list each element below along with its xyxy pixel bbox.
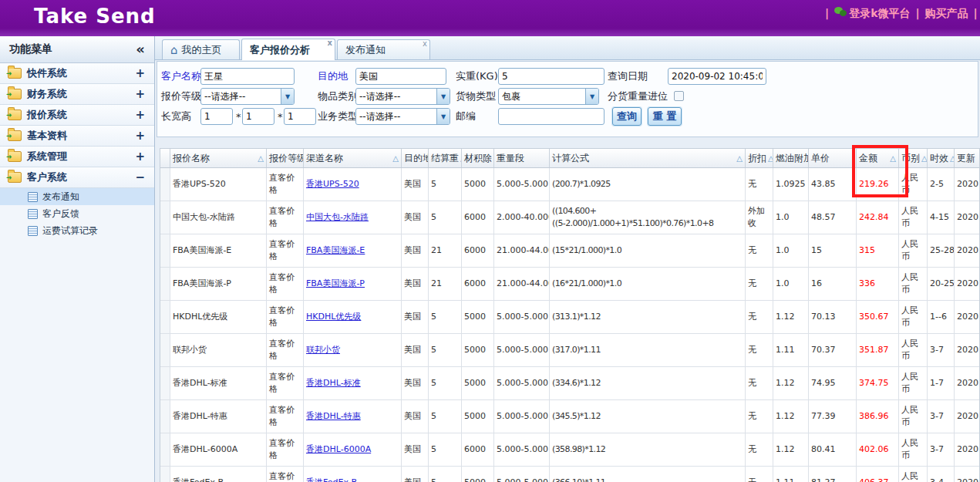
column-header[interactable]: 时效△ [928,149,955,167]
table-cell: 43.85 [809,168,857,201]
query-date-input[interactable] [668,68,766,85]
table-cell: 2-5 [928,168,955,201]
sort-icon[interactable]: △ [258,154,264,163]
column-header-label: 时效 [930,152,948,165]
table-row[interactable]: 香港DHL-6000A直客价格香港DHL-6000A美国560005.000-5… [160,433,979,467]
column-header-label: 报价名称 [173,152,210,165]
channel-link[interactable]: FBA美国海派-P [306,278,365,290]
table-cell: 香港DHL-6000A [304,433,402,466]
table-row[interactable]: FBA美国海派-E直客价格FBA美国海派-E美国21600021.000-44.… [160,234,979,268]
tab-my-homepage[interactable]: ⌂ 我的主页 [162,39,240,59]
close-icon[interactable]: x [423,40,427,48]
sidebar-item-customer-system[interactable]: 客户系统 − [0,167,154,188]
sort-icon[interactable]: △ [736,154,743,163]
buy-product-link[interactable]: 购买产品 [925,7,968,19]
channel-link[interactable]: HKDHL优先级 [306,311,361,323]
expand-plus-icon[interactable]: + [135,66,145,80]
column-header[interactable]: 折扣△ [746,149,773,167]
sidebar-item-express-system[interactable]: 快件系统 + [0,63,154,84]
column-header[interactable]: 报价名称△ [170,149,267,167]
expand-plus-icon[interactable]: + [135,129,145,143]
table-row[interactable]: 香港FedEx-B直客价格香港FedEx-B美国550005.000-5.000… [160,467,979,482]
split-weight-checkbox[interactable] [674,91,684,101]
table-cell: 5 [429,433,462,466]
reset-button[interactable]: 重 置 [648,107,682,126]
table-row[interactable]: 联邦小货直客价格联邦小货美国550005.000-5.000(317.0)*1.… [160,334,979,367]
dropdown-arrow-icon[interactable]: ▼ [585,89,598,104]
sidebar-item-finance-system[interactable]: 财务系统 + [0,84,154,105]
table-cell: 81.27 [809,467,857,482]
width-input[interactable] [242,108,274,125]
sort-icon[interactable]: △ [890,154,896,163]
sidebar-collapse-icon[interactable]: « [136,44,145,55]
column-header[interactable]: 材积除△ [462,149,494,167]
table-cell: 21 [429,234,462,267]
login-kwei-link[interactable]: 登录k微平台 [849,7,910,19]
table-cell: 1.11 [773,334,809,366]
cargo-type-select[interactable]: 包裹 ▼ [498,88,599,105]
expand-plus-icon[interactable]: + [135,108,145,122]
destination-label: 目的地 [318,68,348,85]
sidebar-item-quote-system[interactable]: 报价系统 + [0,105,154,126]
row-selector-cell [160,467,170,482]
length-input[interactable] [200,108,233,125]
channel-link[interactable]: 联邦小货 [306,344,340,356]
quote-results-table: 报价名称△报价等级△渠道名称△目的地△结算重△材积除△重量段计算公式△折扣△燃油… [160,148,980,482]
table-row[interactable]: HKDHL优先级直客价格HKDHL优先级美国550005.000-5.000(3… [160,301,979,334]
expand-plus-icon[interactable]: + [135,87,145,101]
close-icon[interactable]: x [328,39,332,47]
dropdown-arrow-icon[interactable]: ▼ [436,89,450,104]
table-cell: (200.7)*1.0925 [550,168,746,201]
channel-link[interactable]: 香港DHL-标准 [306,377,361,389]
column-header[interactable]: 燃油附加△ [773,149,809,167]
sidebar-item-label: 报价系统 [27,108,67,122]
channel-link[interactable]: 香港UPS-520 [306,178,359,190]
sidebar-subitem-publish-notice[interactable]: 发布通知 [0,188,154,205]
table-cell: 直客价格 [267,467,304,482]
business-type-select[interactable]: --请选择-- ▼ [355,108,450,125]
column-header[interactable]: 结算重△ [429,149,462,167]
sort-icon[interactable]: △ [768,154,773,163]
table-row[interactable]: 香港UPS-520直客价格香港UPS-520美国550005.000-5.000… [160,168,979,201]
table-cell: FBA美国海派-E [170,234,267,267]
sidebar-item-system-admin[interactable]: 系统管理 + [0,147,154,167]
quote-level-select[interactable]: --请选择-- ▼ [200,88,295,105]
column-header[interactable]: 报价等级△ [267,149,304,167]
item-category-select[interactable]: --请选择-- ▼ [355,88,450,105]
column-header[interactable]: 计算公式△ [550,149,746,167]
table-cell: 80.41 [809,433,857,466]
column-header[interactable]: 目的地△ [402,149,429,167]
height-input[interactable] [284,108,316,125]
collapse-minus-icon[interactable]: − [135,170,145,184]
dimensions-label: 长宽高 [161,108,191,125]
sort-icon[interactable]: △ [921,154,928,163]
channel-link[interactable]: 香港FedEx-B [306,477,357,482]
sidebar-subitem-freight-trial-records[interactable]: 运费试算记录 [0,222,154,239]
postcode-input[interactable] [498,108,605,125]
channel-link[interactable]: 香港DHL-6000A [306,443,371,456]
column-header[interactable]: 币别△ [899,149,928,167]
column-header[interactable]: 金额△ [857,149,899,167]
sidebar-subitem-customer-feedback[interactable]: 客户反馈 [0,205,154,222]
dropdown-arrow-icon[interactable]: ▼ [281,89,294,104]
table-cell: (15*21/1.000)*1.0 [550,234,746,267]
table-row[interactable]: 香港DHL-特惠直客价格香港DHL-特惠美国550005.000-5.000(3… [160,400,979,433]
destination-input[interactable] [355,68,446,85]
expand-plus-icon[interactable]: + [135,150,145,163]
sidebar-item-basic-data[interactable]: 基本资料 + [0,126,154,147]
table-cell: 无 [746,467,773,482]
query-button[interactable]: 查询 [612,107,642,126]
table-row[interactable]: 中国大包-水陆路直客价格中国大包-水陆路美国560002.000-40.000(… [160,201,979,234]
customer-name-input[interactable] [200,68,295,85]
dropdown-arrow-icon[interactable]: ▼ [436,109,450,124]
channel-link[interactable]: FBA美国海派-E [306,244,365,257]
channel-link[interactable]: 香港DHL-特惠 [306,410,361,423]
column-header[interactable]: 渠道名称△ [304,149,402,167]
table-row[interactable]: 香港DHL-标准直客价格香港DHL-标准美国550005.000-5.000(3… [160,367,979,400]
table-row[interactable]: FBA美国海派-P直客价格FBA美国海派-P美国21600021.000-44.… [160,268,979,301]
sort-icon[interactable]: △ [392,154,399,163]
tab-customer-quote-analysis[interactable]: 客户报价分析 x [241,39,335,60]
channel-link[interactable]: 中国大包-水陆路 [306,211,369,224]
weight-input[interactable] [498,68,605,85]
tab-publish-notice[interactable]: 发布通知 x [337,39,430,59]
